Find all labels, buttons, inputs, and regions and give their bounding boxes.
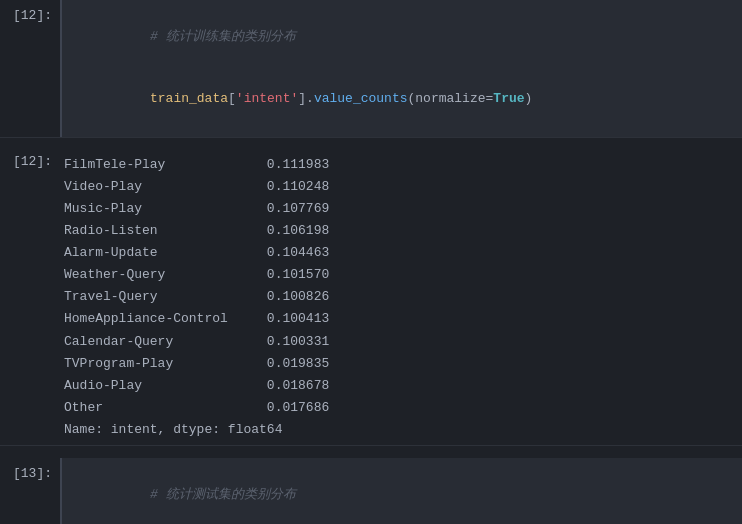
paren-open-1: (normalize= bbox=[408, 91, 494, 106]
func-value-counts-1: value_counts bbox=[314, 91, 408, 106]
bracket-open-1: [ bbox=[228, 91, 236, 106]
output-row-9: TVProgram-Play 0.019835 bbox=[64, 353, 734, 375]
cell-12-code[interactable]: # 统计训练集的类别分布 train_data['intent'].value_… bbox=[60, 0, 742, 137]
cell-12-output-label: [12]: bbox=[0, 150, 60, 173]
output-row-12: Name: intent, dtype: float64 bbox=[64, 419, 734, 441]
code-line-1: # 统计训练集的类别分布 bbox=[72, 6, 732, 68]
output-row-1: Video-Play 0.110248 bbox=[64, 176, 734, 198]
output-row-5: Weather-Query 0.101570 bbox=[64, 264, 734, 286]
output-row-10: Audio-Play 0.018678 bbox=[64, 375, 734, 397]
code-line-2: train_data['intent'].value_counts(normal… bbox=[72, 68, 732, 130]
output-row-7: HomeAppliance-Control 0.100413 bbox=[64, 308, 734, 330]
output-row-3: Radio-Listen 0.106198 bbox=[64, 220, 734, 242]
comment-1: # 统计训练集的类别分布 bbox=[150, 29, 296, 44]
output-row-0: FilmTele-Play 0.111983 bbox=[64, 154, 734, 176]
output-table-12: FilmTele-Play 0.111983Video-Play 0.11024… bbox=[64, 154, 734, 441]
cell-12-output-content: FilmTele-Play 0.111983Video-Play 0.11024… bbox=[60, 150, 742, 445]
paren-close-1: ) bbox=[525, 91, 533, 106]
cell-13-input: [13]: # 统计测试集的类别分布 test_data['intent'].v… bbox=[0, 458, 742, 524]
cell-13-code[interactable]: # 统计测试集的类别分布 test_data['intent'].value_c… bbox=[60, 458, 742, 524]
comment-2: # 统计测试集的类别分布 bbox=[150, 487, 296, 502]
divider-2 bbox=[0, 446, 742, 458]
cell-12-input: [12]: # 统计训练集的类别分布 train_data['intent'].… bbox=[0, 0, 742, 138]
output-row-2: Music-Play 0.107769 bbox=[64, 198, 734, 220]
notebook: [12]: # 统计训练集的类别分布 train_data['intent'].… bbox=[0, 0, 742, 524]
output-row-6: Travel-Query 0.100826 bbox=[64, 286, 734, 308]
kw-true-1: True bbox=[493, 91, 524, 106]
output-row-8: Calendar-Query 0.100331 bbox=[64, 331, 734, 353]
divider-1 bbox=[0, 138, 742, 150]
output-row-11: Other 0.017686 bbox=[64, 397, 734, 419]
cell-12-output: [12]: FilmTele-Play 0.111983Video-Play 0… bbox=[0, 150, 742, 446]
cell-12-input-label: [12]: bbox=[0, 0, 60, 31]
bracket-close-1: ]. bbox=[298, 91, 314, 106]
output-row-4: Alarm-Update 0.104463 bbox=[64, 242, 734, 264]
cell-13-input-label: [13]: bbox=[0, 458, 60, 489]
var-train-data: train_data bbox=[150, 91, 228, 106]
code-line-3: # 统计测试集的类别分布 bbox=[72, 464, 732, 524]
string-intent-1: 'intent' bbox=[236, 91, 298, 106]
